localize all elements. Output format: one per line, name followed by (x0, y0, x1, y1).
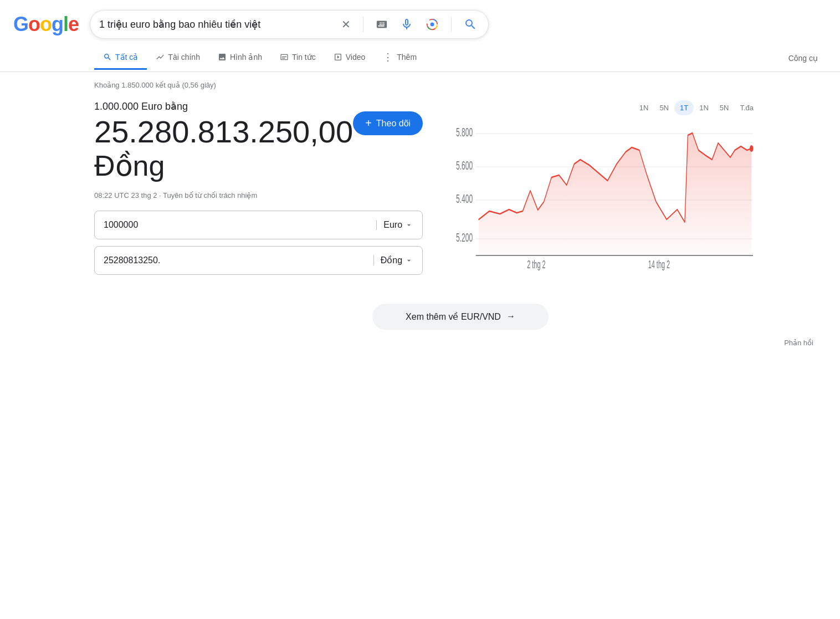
tab-tin-tuc[interactable]: Tin tức (271, 46, 325, 70)
chart-tab-5n-year[interactable]: 5N (714, 100, 735, 115)
svg-text:25.600: 25.600 (456, 158, 473, 172)
big-number: 25.280.813.250,00 (94, 115, 353, 149)
tab-hinh-anh[interactable]: Hình ảnh (209, 46, 271, 70)
dong-currency-label: Đồng (381, 255, 402, 265)
theo-doi-label: Theo dõi (376, 119, 411, 129)
tab-video-label: Video (346, 53, 366, 62)
euro-currency-label: Euro (383, 220, 402, 230)
see-more-label: Xem thêm về EUR/VND (406, 311, 501, 322)
keyboard-icon-btn[interactable] (373, 16, 390, 33)
dong-dropdown-icon (404, 256, 413, 265)
top-row: 1.000.000 Euro bằng 25.280.813.250,00 Đồ… (94, 100, 423, 191)
tab-tin-tuc-label: Tin tức (292, 53, 316, 62)
logo-o1: o (28, 13, 40, 36)
tab-tai-chinh[interactable]: Tài chính (147, 46, 209, 70)
chart-tab-tda[interactable]: T.đa (734, 100, 759, 115)
keyboard-icon (376, 18, 388, 30)
video-icon (334, 53, 342, 62)
tab-video[interactable]: Video (325, 46, 375, 70)
euro-input[interactable] (104, 220, 372, 230)
tab-tai-chinh-label: Tài chính (168, 53, 200, 62)
lens-icon (426, 18, 439, 31)
euro-label: 1.000.000 Euro bằng (94, 100, 353, 112)
image-icon (218, 53, 227, 62)
tab-them[interactable]: ⋮ Thêm (374, 44, 426, 71)
mic-icon-btn[interactable] (398, 16, 416, 33)
input-dong: Đồng (94, 246, 423, 275)
results-count: Khoảng 1.850.000 kết quả (0,56 giây) (94, 81, 827, 89)
header: Google ✕ (0, 0, 840, 44)
search-bar: ✕ (90, 10, 489, 39)
divider (363, 17, 363, 32)
svg-text:2 thg 2: 2 thg 2 (527, 258, 545, 270)
dong-input[interactable] (104, 255, 369, 265)
congcu-button[interactable]: Công cụ (780, 47, 827, 69)
input-euro: Euro (94, 211, 423, 239)
search-icon (464, 18, 477, 31)
see-more-arrow: → (506, 311, 515, 321)
chart-tab-1n-day[interactable]: 1N (634, 100, 654, 115)
see-more-button[interactable]: Xem thêm về EUR/VND → (372, 304, 549, 330)
chart-tab-1n-year[interactable]: 1N (694, 100, 714, 115)
logo-g2: g (52, 13, 63, 36)
dong-currency-select[interactable]: Đồng (373, 255, 413, 265)
search-icons: ✕ (339, 16, 479, 33)
tab-hinh-anh-label: Hình ảnh (230, 53, 262, 62)
chart-tab-5n-day[interactable]: 5N (654, 100, 674, 115)
divider2 (451, 17, 452, 32)
chart-svg: 25.800 25.600 25.400 25.200 2 thg 2 14 t… (456, 120, 759, 275)
see-more-row: Xem thêm về EUR/VND → (94, 304, 827, 330)
chart-area: 25.800 25.600 25.400 25.200 2 thg 2 14 t… (456, 120, 759, 275)
svg-text:25.200: 25.200 (456, 231, 473, 244)
logo-g: G (13, 13, 28, 36)
conversion-info: 1.000.000 Euro bằng 25.280.813.250,00 Đồ… (94, 100, 353, 191)
more-dots-icon: ⋮ (383, 51, 393, 63)
news-icon (280, 53, 289, 62)
currency-card: 1.000.000 Euro bằng 25.280.813.250,00 Đồ… (94, 100, 759, 282)
chart-tab-1t[interactable]: 1T (674, 100, 694, 115)
google-logo: Google (13, 13, 79, 36)
main-content: Khoảng 1.850.000 kết quả (0,56 giây) 1.0… (0, 72, 840, 351)
phan-hoi[interactable]: Phản hồi (94, 334, 827, 351)
clear-button[interactable]: ✕ (339, 16, 353, 33)
chart-end-dot (750, 145, 754, 152)
timestamp: 08:22 UTC 23 thg 2 · Tuyên bố từ chối tr… (94, 191, 423, 199)
svg-text:14 thg 2: 14 thg 2 (648, 258, 670, 270)
theo-doi-plus: + (365, 117, 372, 130)
logo-o2: o (40, 13, 52, 36)
euro-currency-select[interactable]: Euro (376, 220, 413, 230)
logo-l: l (63, 13, 68, 36)
theo-doi-button[interactable]: + Theo dõi (353, 111, 423, 135)
nav-tabs: Tất cả Tài chính Hình ảnh Tin tức Video … (0, 44, 840, 72)
tab-tat-ca-label: Tất cả (115, 53, 138, 62)
dong-label: Đồng (94, 149, 353, 182)
left-panel: 1.000.000 Euro bằng 25.280.813.250,00 Đồ… (94, 100, 423, 282)
right-panel: 1N 5N 1T 1N 5N T.đa 25.800 25.600 25.400… (456, 100, 759, 282)
tab-tat-ca[interactable]: Tất cả (94, 46, 147, 70)
svg-point-5 (431, 23, 434, 27)
search-input[interactable] (99, 19, 334, 30)
svg-text:25.400: 25.400 (456, 192, 473, 206)
logo-e: e (68, 13, 79, 36)
svg-text:25.800: 25.800 (456, 125, 473, 139)
lens-icon-btn[interactable] (423, 16, 441, 33)
search-nav-icon (103, 53, 112, 62)
finance-icon (156, 53, 165, 62)
chart-tabs: 1N 5N 1T 1N 5N T.đa (456, 100, 759, 115)
mic-icon (400, 18, 413, 31)
euro-dropdown-icon (404, 221, 413, 229)
tab-them-label: Thêm (397, 53, 417, 62)
search-button[interactable] (462, 16, 479, 33)
